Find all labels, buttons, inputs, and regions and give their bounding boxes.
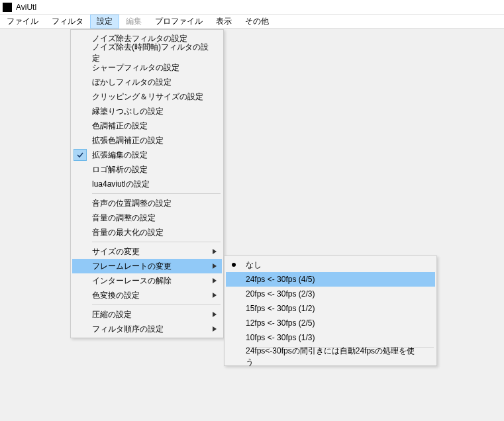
item-colorconv[interactable]: 色変換の設定 [72,288,222,303]
fps-24-30[interactable]: 24fps <- 30fps (4/5) [226,272,435,287]
submenu-arrow-icon [213,293,217,298]
item-filter-order[interactable]: フィルタ順序の設定 [72,322,222,336]
submenu-arrow-icon [213,278,217,283]
item-blur-filter[interactable]: ぼかしフィルタの設定 [72,75,222,89]
settings-dropdown: ノイズ除去フィルタの設定 ノイズ除去(時間軸)フィルタの設定 シャープフィルタの… [70,29,224,338]
item-filter-order-label: フィルタ順序の設定 [92,324,164,335]
menubar: ファイル フィルタ 設定 編集 プロファイル 表示 その他 [0,15,504,29]
radio-dot-icon [232,263,236,267]
submenu-arrow-icon [213,312,217,317]
item-ext-color-correct[interactable]: 拡張色調補正の設定 [72,133,222,148]
item-ext-edit-label: 拡張編集の設定 [92,150,148,161]
submenu-arrow-icon [213,263,217,269]
item-ext-edit[interactable]: 拡張編集の設定 [72,148,222,162]
item-logo[interactable]: ロゴ解析の設定 [72,162,222,177]
item-noise-time-filter[interactable]: ノイズ除去(時間軸)フィルタの設定 [72,46,222,60]
item-color-correct[interactable]: 色調補正の設定 [72,118,222,133]
item-interlace[interactable]: インターレースの解除 [72,273,222,288]
menu-file[interactable]: ファイル [0,15,45,28]
check-icon [74,149,87,161]
menu-filter[interactable]: フィルタ [45,15,90,28]
fps-15-30[interactable]: 15fps <- 30fps (1/2) [226,301,435,316]
item-lua4aviutl[interactable]: lua4aviutlの設定 [72,177,222,191]
menu-settings[interactable]: 設定 [90,15,119,28]
fps-10-30[interactable]: 10fps <- 30fps (1/3) [226,330,435,345]
framerate-submenu: なし 24fps <- 30fps (4/5) 20fps <- 30fps (… [224,256,437,366]
item-framerate-label: フレームレートの変更 [92,261,172,272]
menu-profile[interactable]: プロファイル [148,15,209,28]
app-icon [3,3,12,12]
fps-none[interactable]: なし [226,257,435,272]
item-size-label: サイズの変更 [92,246,140,257]
item-framerate[interactable]: フレームレートの変更 [72,259,222,273]
item-audio-pos[interactable]: 音声の位置調整の設定 [72,196,222,210]
titlebar: AviUtl [0,0,504,15]
fps-20-30[interactable]: 20fps <- 30fps (2/3) [226,287,435,301]
item-border-fill[interactable]: 縁塗りつぶしの設定 [72,104,222,118]
item-colorconv-label: 色変換の設定 [92,290,140,301]
item-sharp-filter[interactable]: シャープフィルタの設定 [72,60,222,75]
submenu-arrow-icon [213,249,217,254]
menu-edit: 編集 [119,15,148,28]
separator [92,193,221,194]
submenu-arrow-icon [213,326,217,332]
separator [92,242,221,242]
item-interlace-label: インターレースの解除 [92,275,172,287]
fps-12-30[interactable]: 12fps <- 30fps (2/5) [226,316,435,330]
item-compress[interactable]: 圧縮の設定 [72,307,222,322]
fps-none-label: なし [246,259,262,271]
menu-other[interactable]: その他 [238,15,276,28]
item-compress-label: 圧縮の設定 [92,309,132,320]
item-volume-max[interactable]: 音量の最大化の設定 [72,225,222,240]
item-volume[interactable]: 音量の調整の設定 [72,210,222,225]
item-size[interactable]: サイズの変更 [72,244,222,259]
window-title: AviUtl [16,3,36,12]
fps-auto24[interactable]: 24fps<-30fpsの間引きには自動24fpsの処理を使う [226,350,435,364]
separator [92,304,221,305]
item-clip-resize[interactable]: クリッピング＆リサイズの設定 [72,89,222,104]
menu-view[interactable]: 表示 [209,15,238,28]
